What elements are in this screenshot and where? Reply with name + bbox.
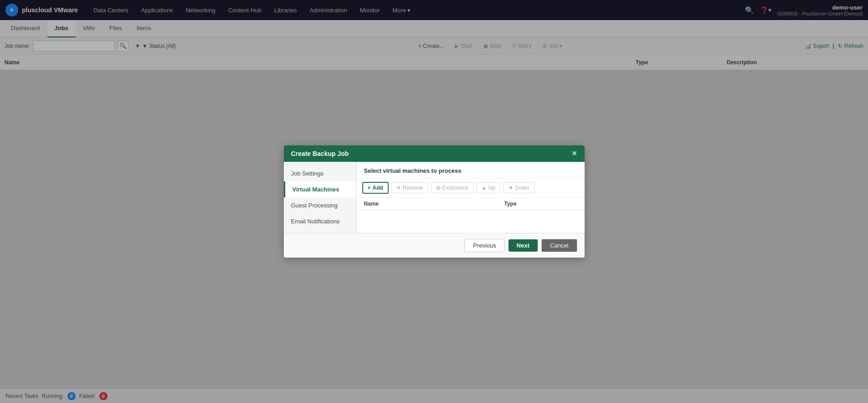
up-icon: ▲ [481, 185, 487, 191]
modal-close-button[interactable]: ✕ [571, 150, 577, 157]
modal-main-content: Select virtual machines to process + Add… [357, 162, 585, 233]
modal-sidebar: Job Settings Virtual Machines Guest Proc… [284, 162, 357, 233]
vm-table-header: Name Type [357, 198, 585, 210]
remove-vm-button[interactable]: ✕ Remove [391, 182, 428, 193]
vm-table-body [357, 210, 585, 233]
down-button[interactable]: ▼ Down [503, 182, 534, 193]
sidebar-item-email-notifications[interactable]: Email Notifications [284, 213, 356, 229]
vm-toolbar: + Add ✕ Remove ⊞ Exclusions ▲ Up [357, 178, 585, 198]
add-icon: + [368, 185, 371, 191]
add-label: Add [373, 185, 383, 191]
exclusions-icon: ⊞ [436, 185, 441, 191]
modal-title: Create Backup Job [291, 150, 349, 157]
up-button[interactable]: ▲ Up [476, 182, 500, 193]
previous-button[interactable]: Previous [464, 239, 505, 252]
modal-footer: Previous Next Cancel [284, 233, 585, 258]
vm-col-type: Type [504, 201, 577, 207]
remove-icon: ✕ [396, 185, 401, 191]
modal-section-title: Select virtual machines to process [357, 162, 585, 178]
sidebar-item-job-settings[interactable]: Job Settings [284, 165, 356, 181]
create-backup-modal: Create Backup Job ✕ Job Settings Virtual… [284, 145, 585, 258]
down-icon: ▼ [508, 185, 514, 191]
modal-body: Job Settings Virtual Machines Guest Proc… [284, 162, 585, 233]
modal-overlay: Create Backup Job ✕ Job Settings Virtual… [0, 0, 868, 403]
down-label: Down [515, 185, 529, 191]
cancel-button[interactable]: Cancel [541, 239, 577, 252]
next-button[interactable]: Next [508, 239, 538, 252]
vm-col-name: Name [364, 201, 504, 207]
add-vm-button[interactable]: + Add [362, 182, 389, 194]
sidebar-item-virtual-machines[interactable]: Virtual Machines [284, 181, 356, 197]
remove-label: Remove [403, 185, 423, 191]
modal-header: Create Backup Job ✕ [284, 145, 585, 162]
exclusions-button[interactable]: ⊞ Exclusions [431, 182, 473, 193]
exclusions-label: Exclusions [442, 185, 468, 191]
up-label: Up [488, 185, 495, 191]
sidebar-item-guest-processing[interactable]: Guest Processing [284, 197, 356, 213]
